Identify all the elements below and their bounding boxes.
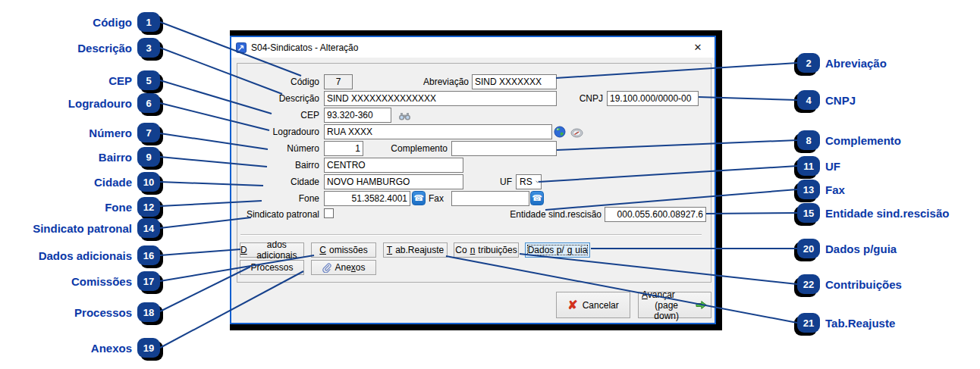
- badge-2: 2: [797, 53, 820, 73]
- bairro-field[interactable]: [324, 158, 463, 173]
- paperclip-icon: [322, 263, 331, 273]
- tab-anexos-label: Anexos: [335, 262, 365, 273]
- cancel-button[interactable]: ✘ Cancelar: [556, 292, 630, 318]
- sindicato-patronal-label: Sindicato patronal: [236, 209, 319, 220]
- logradouro-field[interactable]: [324, 124, 552, 139]
- descricao-label: Descrição: [236, 93, 319, 104]
- uf-dropdown[interactable]: RS: [516, 174, 542, 189]
- tab-dados-p-guia[interactable]: Dados p/guia: [525, 242, 590, 258]
- fax-field[interactable]: [451, 191, 529, 206]
- badge-18: 18: [137, 302, 160, 322]
- uf-value: RS: [520, 177, 532, 187]
- badge-7: 7: [137, 123, 160, 142]
- window-icon: [236, 42, 247, 53]
- cnpj-field[interactable]: [607, 91, 699, 106]
- cancel-x-icon: ✘: [567, 299, 577, 311]
- annotated-screenshot: { "window": { "title": "S04-Sindicatos -…: [0, 0, 980, 369]
- abreviacao-label: Abreviação: [393, 77, 469, 87]
- annotation-contribuicoes: 22Contribuições: [797, 274, 902, 294]
- numero-field[interactable]: [324, 141, 363, 156]
- annotation-entidade-rescisao: 15Entidade sind.rescisão: [797, 203, 949, 223]
- badge-6: 6: [137, 93, 160, 113]
- badge-12: 12: [137, 197, 160, 217]
- cep-label: CEP: [236, 110, 319, 120]
- window-title: S04-Sindicatos - Alteração: [251, 42, 358, 53]
- annotation-fone: Fone12: [12, 197, 160, 217]
- tab-processos[interactable]: Processos: [240, 260, 304, 275]
- annotation-cnpj: 4CNPJ: [797, 90, 856, 110]
- badge-15: 15: [797, 203, 820, 223]
- dialog-body: Código Abreviação Descrição CNPJ CEP: [231, 58, 715, 323]
- cnpj-label: CNPJ: [527, 93, 603, 104]
- logradouro-label: Logradouro: [236, 127, 319, 137]
- badge-9: 9: [137, 147, 160, 167]
- badge-4: 4: [797, 90, 820, 110]
- annotation-complemento: 8Complemento: [797, 130, 901, 150]
- forward-arrow-icon: [696, 300, 708, 310]
- separator: [240, 234, 702, 236]
- badge-21: 21: [797, 313, 820, 333]
- close-icon[interactable]: ✕: [686, 39, 709, 56]
- fax-label: Fax: [368, 193, 444, 204]
- cidade-label: Cidade: [236, 177, 319, 187]
- annotation-sindicato-patronal: Sindicato patronal14: [12, 218, 160, 238]
- globe-map-icon[interactable]: [553, 125, 567, 139]
- badge-17: 17: [137, 271, 160, 291]
- tab-contribuicoes[interactable]: Contribuições: [454, 242, 519, 258]
- badge-1: 1: [137, 12, 160, 32]
- annotation-comissoes: Comissões17: [12, 271, 160, 291]
- annotation-uf: 11UF: [797, 156, 840, 176]
- binoculars-search-icon[interactable]: [397, 109, 411, 123]
- codigo-label: Código: [236, 77, 319, 87]
- advance-button[interactable]: Avançar (page down): [638, 292, 711, 318]
- annotation-cep: CEP5: [12, 70, 160, 90]
- abreviacao-field[interactable]: [472, 74, 557, 89]
- complemento-label: Complemento: [372, 143, 448, 154]
- annotation-numero: Número7: [12, 123, 160, 142]
- advance-sublabel: (page down): [642, 300, 691, 321]
- sindicato-patronal-checkbox[interactable]: [324, 208, 334, 218]
- annotation-abreviacao: 2Abreviação: [797, 53, 887, 73]
- badge-14: 14: [137, 218, 160, 238]
- annotation-cidade: Cidade10: [12, 172, 160, 192]
- entidade-rescisao-field[interactable]: [605, 207, 706, 222]
- complemento-field[interactable]: [451, 141, 557, 156]
- entidade-rescisao-label: Entidade sind.rescisão: [495, 209, 602, 220]
- advance-label: Avançar: [642, 289, 675, 300]
- fone-label: Fone: [236, 193, 319, 204]
- annotation-logradouro: Logradouro6: [12, 93, 160, 113]
- tab-tab-reajuste[interactable]: Tab.Reajuste: [383, 242, 448, 258]
- codigo-field[interactable]: [324, 74, 353, 89]
- annotation-fax: 13Fax: [797, 180, 845, 199]
- tab-comissoes[interactable]: Comissões: [311, 242, 376, 258]
- annotation-bairro: Bairro9: [12, 147, 160, 167]
- compass-icon[interactable]: [570, 126, 583, 139]
- annotation-descricao: Descrição3: [12, 38, 160, 58]
- annotation-anexos: Anexos19: [12, 338, 160, 358]
- cep-field[interactable]: [324, 108, 391, 123]
- badge-16: 16: [137, 245, 160, 265]
- dialog-shadow-frame: S04-Sindicatos - Alteração ✕ Código Abre…: [230, 30, 722, 330]
- descricao-field[interactable]: [324, 91, 557, 106]
- annotation-dados-adicionais: Dados adicionais16: [12, 245, 160, 265]
- badge-19: 19: [137, 338, 160, 358]
- badge-22: 22: [797, 274, 820, 294]
- bairro-label: Bairro: [236, 160, 319, 170]
- badge-20: 20: [797, 239, 820, 258]
- fax-phone-icon[interactable]: ☎: [530, 191, 544, 205]
- annotation-codigo: Código1: [12, 12, 160, 32]
- badge-11: 11: [797, 156, 820, 176]
- annotation-tab-reajuste: 21Tab.Reajuste: [797, 313, 895, 333]
- badge-8: 8: [797, 130, 820, 150]
- tab-dados-adicionais[interactable]: Dados adicionais: [240, 242, 304, 258]
- annotation-dados-p-guia: 20Dados p/guia: [797, 239, 897, 258]
- badge-5: 5: [137, 70, 160, 90]
- dialog-window: S04-Sindicatos - Alteração ✕ Código Abre…: [230, 36, 716, 324]
- title-bar: S04-Sindicatos - Alteração ✕: [231, 37, 715, 58]
- badge-13: 13: [797, 180, 820, 199]
- tab-anexos[interactable]: Anexos: [311, 260, 376, 275]
- uf-label: UF: [436, 177, 512, 187]
- badge-10: 10: [137, 172, 160, 192]
- badge-3: 3: [137, 38, 160, 58]
- numero-label: Número: [236, 143, 319, 154]
